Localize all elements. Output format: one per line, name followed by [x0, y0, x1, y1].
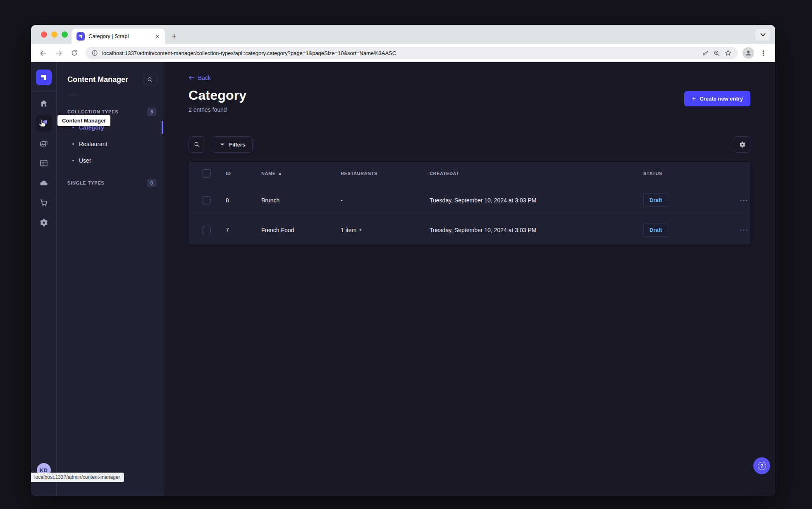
chevron-down-icon: ▾ [359, 228, 361, 232]
row-checkbox[interactable] [203, 226, 211, 234]
single-types-label: SINGLE TYPES [67, 180, 105, 185]
page-title: Category [189, 88, 246, 103]
select-all-checkbox[interactable] [203, 169, 211, 178]
column-header-createdat[interactable]: CREATEDAT [430, 171, 643, 176]
help-button[interactable]: ? [753, 457, 770, 474]
collection-type-item[interactable]: Restaurant [57, 136, 163, 152]
cell-createdat: Tuesday, September 10, 2024 at 3:03 PM [430, 227, 643, 233]
bullet-icon [72, 127, 74, 128]
row-more-button[interactable]: ··· [740, 197, 749, 204]
sort-ascending-icon: ▲ [278, 171, 282, 175]
column-header-status[interactable]: STATUS [643, 171, 725, 176]
status-badge: Draft [643, 193, 668, 207]
strapi-logo-icon[interactable] [36, 70, 52, 85]
column-header-id[interactable]: ID [226, 171, 261, 176]
table-row[interactable]: 8 Brunch - Tuesday, September 10, 2024 a… [189, 185, 750, 215]
traffic-light-close[interactable] [41, 31, 47, 38]
single-types-count-badge: 0 [147, 179, 156, 187]
password-key-icon[interactable] [702, 50, 709, 57]
traffic-light-minimize[interactable] [51, 31, 57, 38]
url-text[interactable]: localhost:1337/admin/content-manager/col… [102, 50, 698, 56]
cell-name: French Food [261, 227, 341, 233]
tab-strip: Category | Strapi × + [31, 25, 775, 44]
column-header-restaurants[interactable]: RESTAURANTS [341, 171, 430, 176]
new-tab-icon[interactable]: + [172, 29, 177, 44]
close-tab-icon[interactable]: × [155, 33, 160, 40]
cell-createdat: Tuesday, September 10, 2024 at 3:03 PM [430, 197, 643, 204]
page-info-icon[interactable] [91, 50, 98, 56]
browser-window: Category | Strapi × + localhost:1337/adm… [31, 25, 775, 496]
collection-type-label: Restaurant [79, 141, 107, 147]
cell-restaurants[interactable]: 1 item▾ [341, 227, 430, 233]
reload-icon[interactable] [68, 47, 81, 59]
link-preview-status-bar: localhost:1337/admin/content-manager [31, 473, 124, 482]
table-body: 8 Brunch - Tuesday, September 10, 2024 a… [189, 185, 750, 245]
sidebar-divider [31, 91, 56, 92]
main-content: Back Category 2 entries found + Create n… [163, 62, 775, 496]
subnav-search-button[interactable] [143, 73, 156, 86]
table-actions-row: Filters [189, 136, 750, 153]
sidebar-icon-nav [34, 94, 54, 233]
entries-table: ID NAME▲ RESTAURANTS CREATEDAT STATUS 8 … [189, 162, 750, 245]
collection-type-label: User [79, 157, 91, 164]
strapi-favicon [76, 32, 85, 41]
marketplace-icon[interactable] [34, 193, 54, 213]
cell-restaurants[interactable]: - [341, 197, 430, 204]
profile-avatar-icon[interactable] [743, 47, 754, 59]
cloud-icon[interactable] [34, 173, 54, 193]
table-header-row: ID NAME▲ RESTAURANTS CREATEDAT STATUS [189, 162, 750, 185]
browser-menu-icon[interactable]: ⋮ [757, 49, 769, 58]
cell-name: Brunch [261, 197, 341, 204]
content-manager-subnav: Content Manager COLLECTION TYPES 3 Categ… [57, 62, 163, 496]
pointer-cursor-icon [38, 118, 48, 128]
create-new-entry-button[interactable]: + Create new entry [684, 91, 750, 106]
browser-toolbar: localhost:1337/admin/content-manager/col… [31, 44, 775, 62]
collection-types-label: COLLECTION TYPES [67, 109, 118, 114]
gear-icon [739, 141, 746, 148]
subnav-title: Content Manager [67, 75, 128, 84]
url-bar[interactable]: localhost:1337/admin/content-manager/col… [86, 47, 738, 59]
content-manager-tooltip: Content Manager [57, 115, 110, 126]
bullet-icon [72, 143, 74, 145]
forward-arrow-icon[interactable] [53, 47, 65, 59]
subnav-divider [67, 96, 77, 96]
back-link[interactable]: Back [189, 74, 211, 81]
settings-icon[interactable] [34, 213, 54, 233]
zoom-in-icon[interactable] [713, 50, 720, 57]
tab-title: Category | Strapi [88, 33, 151, 39]
home-icon[interactable] [34, 94, 54, 113]
table-search-button[interactable] [189, 136, 205, 153]
tab-search-chevron-icon[interactable] [755, 29, 770, 41]
traffic-light-zoom[interactable] [62, 31, 68, 38]
back-arrow-icon[interactable] [37, 47, 49, 59]
row-checkbox[interactable] [203, 196, 211, 204]
help-icon: ? [758, 462, 766, 470]
strapi-page: KD Content Manager COLLECTION TYPES 3 [31, 62, 775, 496]
bullet-icon [72, 160, 74, 161]
collection-types-list: Category Restaurant User [57, 119, 163, 169]
plus-icon: + [692, 95, 696, 102]
browser-tab[interactable]: Category | Strapi × [72, 29, 165, 44]
column-header-name[interactable]: NAME▲ [261, 171, 341, 176]
content-type-builder-icon[interactable] [34, 153, 54, 173]
entries-count: 2 entries found [189, 106, 246, 113]
status-badge: Draft [643, 223, 668, 237]
media-library-icon[interactable] [34, 133, 54, 153]
table-row[interactable]: 7 French Food 1 item▾ Tuesday, September… [189, 215, 750, 245]
traffic-lights [41, 31, 68, 38]
cell-id: 7 [226, 227, 261, 233]
filters-button[interactable]: Filters [212, 136, 253, 153]
bookmark-star-icon[interactable] [724, 49, 732, 57]
row-more-button[interactable]: ··· [740, 226, 749, 233]
collection-type-item[interactable]: User [57, 152, 163, 169]
collection-types-count-badge: 3 [147, 108, 156, 116]
filter-icon [219, 142, 225, 147]
view-settings-button[interactable] [734, 136, 750, 153]
cell-id: 8 [226, 197, 261, 204]
